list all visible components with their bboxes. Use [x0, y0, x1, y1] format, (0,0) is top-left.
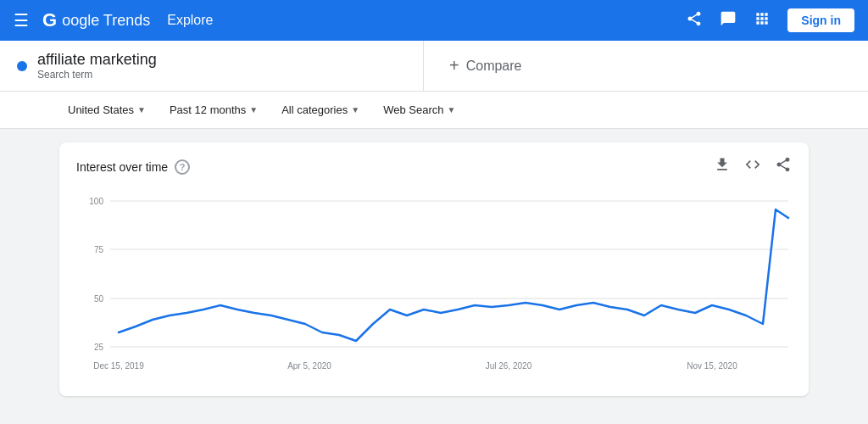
app-header: ☰ G oogle Trends Explore Sign in [0, 0, 868, 41]
blue-dot-indicator [17, 61, 27, 71]
region-filter[interactable]: United States ▼ [59, 98, 154, 121]
chart-title: Interest over time [76, 160, 168, 174]
svg-text:Dec 15, 2019: Dec 15, 2019 [93, 361, 144, 371]
search-bar: affiliate marketing Search term + Compar… [0, 41, 868, 92]
search-term-section: affiliate marketing Search term [0, 41, 424, 91]
region-chevron-icon: ▼ [137, 105, 146, 114]
svg-text:Nov 15, 2020: Nov 15, 2020 [687, 361, 737, 371]
chart-title-area: Interest over time ? [76, 159, 190, 175]
filters-bar: United States ▼ Past 12 months ▼ All cat… [0, 92, 868, 129]
svg-text:50: 50 [94, 294, 104, 304]
share-icon[interactable] [686, 10, 703, 31]
chart-card: Interest over time ? [59, 142, 809, 396]
region-label: United States [68, 103, 134, 116]
trend-chart-svg: 100 75 50 25 Dec 15, 2019 Apr 5, 2020 Ju… [76, 184, 805, 379]
apps-icon[interactable] [754, 10, 771, 31]
search-term-type: Search term [37, 69, 157, 81]
explore-label: Explore [167, 13, 213, 28]
logo-text: oogle Trends [62, 12, 150, 30]
embed-code-icon[interactable] [744, 156, 761, 177]
help-icon[interactable]: ? [175, 159, 190, 175]
main-content: Interest over time ? [0, 129, 868, 410]
compare-section[interactable]: + Compare [424, 41, 868, 91]
time-chevron-icon: ▼ [249, 105, 258, 114]
time-range-filter[interactable]: Past 12 months ▼ [161, 98, 266, 121]
categories-chevron-icon: ▼ [351, 105, 359, 114]
time-range-label: Past 12 months [170, 103, 246, 116]
svg-text:100: 100 [89, 197, 103, 206]
search-type-label: Web Search [383, 103, 443, 116]
svg-text:Apr 5, 2020: Apr 5, 2020 [287, 361, 331, 371]
search-term-text: affiliate marketing Search term [37, 51, 157, 81]
search-type-chevron-icon: ▼ [447, 105, 455, 114]
feedback-icon[interactable] [720, 10, 737, 31]
search-type-filter[interactable]: Web Search ▼ [375, 98, 464, 121]
search-term-label: affiliate marketing [37, 51, 157, 69]
chart-actions [714, 156, 792, 177]
compare-plus-icon: + [449, 56, 459, 75]
svg-text:25: 25 [94, 343, 104, 352]
svg-text:75: 75 [94, 245, 104, 254]
download-icon[interactable] [714, 156, 731, 177]
chart-container: 100 75 50 25 Dec 15, 2019 Apr 5, 2020 Ju… [76, 184, 792, 379]
svg-text:Jul 26, 2020: Jul 26, 2020 [486, 361, 532, 371]
chart-header: Interest over time ? [76, 156, 792, 177]
menu-icon[interactable]: ☰ [14, 10, 29, 31]
categories-label: All categories [281, 103, 348, 116]
categories-filter[interactable]: All categories ▼ [273, 98, 368, 121]
logo: G oogle Trends [42, 9, 150, 31]
compare-label: Compare [466, 59, 522, 74]
share-chart-icon[interactable] [775, 156, 792, 177]
signin-button[interactable]: Sign in [787, 8, 854, 32]
logo-g: G [42, 9, 57, 31]
header-actions: Sign in [686, 8, 854, 32]
